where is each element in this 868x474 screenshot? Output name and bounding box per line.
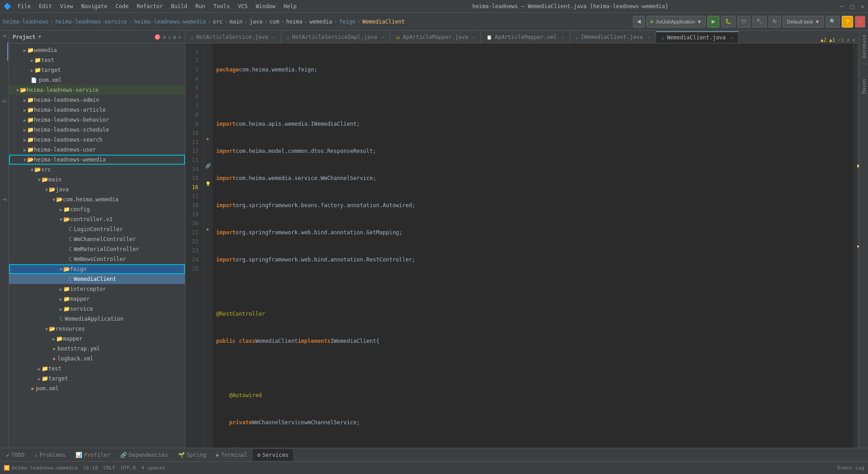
tree-item-service[interactable]: ▼ 📂 heima-leadnews-service [9,85,185,95]
help-btn[interactable]: ? [842,16,853,28]
menu-view[interactable]: View [57,2,77,10]
dependencies-tab[interactable]: 🔗 Dependencies [116,449,173,461]
tree-item-target[interactable]: ▶ 📁 target [9,65,185,75]
collapse-all-icon[interactable]: ≡ [163,34,166,40]
menu-vcs[interactable]: VCS [234,2,251,10]
menu-bar[interactable]: File Edit View Navigate Code Refactor Bu… [14,2,300,10]
run-btn[interactable]: ▶ [708,16,719,28]
services-tab[interactable]: ⚙ Services [253,449,293,461]
breadcrumb-item-1[interactable]: heima-leadnews-service [55,19,127,25]
tab-aparticlemapper-xml[interactable]: 📋 ApArticleMapper.xml ✕ [481,31,570,43]
charset[interactable]: UTF-8 [121,465,136,471]
close-btn[interactable]: ✕ [861,3,864,10]
tree-item-mapper[interactable]: ▶ 📁 mapper [9,294,185,304]
tree-item-behavior[interactable]: ▶ 📁 heima-leadnews-behavior [9,115,185,125]
coverage-btn[interactable]: 🛡 [737,16,750,28]
tree-item-logincontroller[interactable]: C LoginController [9,224,185,234]
tree-item-java[interactable]: ▼ 📂 java [9,185,185,194]
tree-item-wemedia[interactable]: ▶ 📁 wemedia [9,45,185,55]
terminal-tab[interactable]: ▶ Terminal [212,449,252,461]
breadcrumb-item-0[interactable]: heima-leadnews [3,19,48,25]
tree-item-wmchannelcontroller[interactable]: C WmChannelController [9,234,185,244]
tree-item-mapper-res[interactable]: ▶ 📁 mapper [9,334,185,344]
breadcrumb-item-2[interactable]: heima-leadnews-wemedia [134,19,206,25]
expand-icon[interactable]: ⇕ [168,34,171,40]
menu-file[interactable]: File [14,2,34,10]
tree-item-resources[interactable]: ▼ 📂 resources [9,324,185,334]
menu-window[interactable]: Window [252,2,279,10]
tree-item-test[interactable]: ▶ 📁 test [9,55,185,65]
tab-hotarticleserviceimpl[interactable]: ☕ HotArticleServiceImpl.java ✕ [281,31,390,43]
settings-icon[interactable]: ⚙ [173,34,176,40]
close-panel-icon[interactable]: ✕ [178,34,181,40]
run-config-btn[interactable]: ▶ XxlJobApplication ▼ [646,16,706,28]
maximize-btn[interactable]: □ [850,3,854,10]
favorites-icon[interactable]: F [1,196,8,204]
tree-item-com-heima-wemedia[interactable]: ▼ 📂 com.heima.wemedia [9,194,185,204]
build-btn[interactable]: 🔨 [752,16,767,28]
structure-icon[interactable]: S [1,98,8,105]
tree-item-wmnewscontroller[interactable]: C WmNewsController [9,254,185,264]
scrollbar-area[interactable] [853,43,859,448]
update-btn[interactable]: ↑ [855,16,866,28]
tree-item-main[interactable]: ▼ 📂 main [9,175,185,185]
tree-item-src[interactable]: ▼ 📂 src [9,165,185,175]
problems-tab[interactable]: ⚠ Problems [30,449,70,461]
indent[interactable]: 4 spaces [141,465,165,471]
tree-item-schedule[interactable]: ▶ 📁 heima-leadnews-schedule [9,125,185,135]
tree-item-wemedia-module[interactable]: ▼ 📂 heima-leadnews-wemedia [9,155,185,165]
database-panel-btn[interactable]: Database [859,31,868,62]
debug-btn[interactable]: 🐛 [721,16,736,28]
locate-icon[interactable]: 🎯 [154,34,161,40]
spring-tab[interactable]: 🌱 Spring [174,449,211,461]
menu-run[interactable]: Run [192,2,209,10]
back-btn[interactable]: ◀ [633,16,645,28]
tree-item-test-folder[interactable]: ▶ 📁 test [9,364,185,374]
tab-aparticlemapper-java[interactable]: 🗂 ApArticleMapper.java ✕ [390,31,481,43]
panel-header-icons[interactable]: 🎯 ≡ ⇕ ⚙ ✕ [154,34,181,40]
event-log[interactable]: Event Log [837,465,864,471]
menu-build[interactable]: Build [167,2,191,10]
search-btn[interactable]: 🔍 [826,16,840,28]
tab-hotarticleservice[interactable]: ☕ HotArticleService.java ✕ [185,31,281,43]
tab-wmediaclient[interactable]: ☕ WemediaClient.java ✕ [656,31,739,43]
tree-item-service[interactable]: ▶ 📁 service [9,304,185,314]
tree-item-config[interactable]: ▶ 📁 config [9,204,185,214]
tree-item-controllerv1[interactable]: ▼ 📂 controller.v1 [9,214,185,224]
breadcrumb-item-10[interactable]: WemediaClient [362,19,405,25]
maven-panel-btn[interactable]: Maven [859,75,868,97]
tree-item-wmmaterialcontroller[interactable]: C WmMaterialController [9,244,185,254]
tree-item-search[interactable]: ▶ 📁 heima-leadnews-search [9,135,185,145]
tree-item-interceptor[interactable]: ▶ 📁 interceptor [9,284,185,294]
menu-navigate[interactable]: Navigate [78,2,111,10]
tree-item-pom-wemedia[interactable]: ▪ pom.xml [9,384,185,393]
menu-edit[interactable]: Edit [35,2,56,10]
tree-item-logback[interactable]: ▪ logback.xml [9,354,185,364]
menu-tools[interactable]: Tools [210,2,233,10]
line-ending[interactable]: CRLF [104,465,116,471]
code-content[interactable]: package com.heima.wemedia.feign; import … [212,43,853,448]
todo-tab[interactable]: ✔ TODO [2,449,29,461]
git-status[interactable]: 🔀 heima-leadnews-wemedia [4,465,78,471]
tree-item-article[interactable]: ▶ 📁 heima-leadnews-article [9,105,185,115]
tree-item-target-wemedia[interactable]: ▶ 📁 target [9,374,185,384]
menu-code[interactable]: Code [112,2,132,10]
default-task-btn[interactable]: Default task ▼ [783,16,824,28]
profiler-tab[interactable]: 📊 Profiler [71,449,115,461]
tree-item-user[interactable]: ▶ 📁 heima-leadnews-user [9,145,185,155]
tree-item-admin[interactable]: ▶ 📁 heima-leadnews-admin [9,95,185,105]
minimize-btn[interactable]: ─ [840,3,844,10]
tree-item-wemediaapp[interactable]: C WemediaApplication [9,314,185,324]
tree-item-wmediaclient[interactable]: C WemediaClient [9,274,185,284]
tab-iwmediaclient[interactable]: ☕ IWemediaClient.java ✕ [570,31,656,43]
tree-item-pom-root[interactable]: 📄 pom.xml [9,75,185,85]
project-icon[interactable]: P [1,33,8,40]
menu-refactor[interactable]: Refactor [133,2,166,10]
menu-help[interactable]: Help [280,2,300,10]
window-controls[interactable]: ─ □ ✕ [840,3,864,10]
line-col[interactable]: 16:18 [83,465,98,471]
code-editor[interactable]: 1 2 3 4 5 6 7 8 9 10 11 12 13 14 15 16 1… [185,43,859,448]
tree-item-bootstrap[interactable]: ▪ bootstrap.yml [9,344,185,354]
breadcrumb-item-9[interactable]: feign [339,19,355,25]
tree-item-feign[interactable]: ▼ 📂 feign [9,264,185,274]
